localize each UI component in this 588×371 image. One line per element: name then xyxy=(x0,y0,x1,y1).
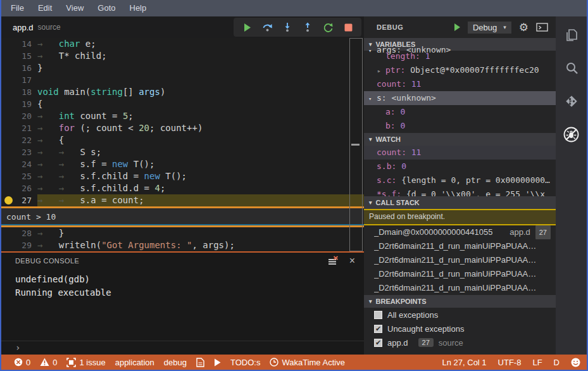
checkbox[interactable]: ✔ xyxy=(374,339,382,347)
toolbar-restart-icon[interactable] xyxy=(320,20,336,35)
breakpoint-row[interactable]: All exceptions xyxy=(364,308,556,322)
line-number[interactable]: 27 xyxy=(15,194,32,206)
breakpoint-gutter[interactable] xyxy=(1,74,15,86)
code-editor[interactable]: 14→ char e;15→ T* child;16}1718void main… xyxy=(1,38,364,251)
chevron-collapsed-icon[interactable]: ▹ xyxy=(377,64,385,77)
tab-app-d[interactable]: app.d source xyxy=(1,16,72,38)
line-number[interactable]: 16 xyxy=(15,62,32,74)
menu-item-goto[interactable]: Goto xyxy=(91,0,122,16)
open-console-icon[interactable] xyxy=(536,23,548,32)
breakpoint-gutter[interactable] xyxy=(1,86,15,98)
breakpoint-gutter[interactable] xyxy=(1,122,15,134)
activity-debug-disabled-icon[interactable] xyxy=(563,125,580,143)
breakpoint-condition-input[interactable]: count > 10 xyxy=(1,208,364,225)
code-text[interactable] xyxy=(37,74,364,86)
stack-frame[interactable]: _D2rt6dmain211_d_run_mainUiPPaPUAA… xyxy=(364,239,556,253)
breakpoint-gutter[interactable] xyxy=(1,38,15,50)
breakpoint-gutter[interactable] xyxy=(1,227,15,239)
variable-row[interactable]: b: 0 xyxy=(364,119,556,133)
breakpoint-row[interactable]: ✔app.d27source xyxy=(364,336,556,349)
code-text[interactable]: → → s.f = new T(); xyxy=(37,158,364,170)
code-text[interactable]: → } xyxy=(37,227,364,239)
status-item-ln-27-col-1[interactable]: Ln 27, Col 1 xyxy=(442,358,486,367)
toolbar-step-out-icon[interactable] xyxy=(299,20,316,35)
line-number[interactable]: 17 xyxy=(15,74,32,86)
code-text[interactable]: → → s.f.child.d = 4; xyxy=(37,182,364,194)
code-text[interactable]: } xyxy=(37,62,364,74)
chevron-expanded-icon[interactable]: ▾ xyxy=(368,92,377,105)
breakpoint-gutter[interactable] xyxy=(1,170,15,182)
status-item[interactable] xyxy=(196,358,204,367)
variable-row[interactable]: ▹ptr: Object@*0x00007fffffffec20 xyxy=(364,63,556,77)
line-number[interactable]: 22 xyxy=(15,134,32,146)
section-header-call-stack[interactable]: ▾ CALL STACK xyxy=(364,196,556,209)
line-number[interactable]: 21 xyxy=(15,122,32,134)
breakpoint-gutter[interactable] xyxy=(1,158,15,170)
variable-row[interactable]: count: 11 xyxy=(364,77,556,91)
debug-config-dropdown[interactable]: Debug ▾ xyxy=(468,22,511,34)
menu-item-edit[interactable]: Edit xyxy=(31,0,59,16)
line-number[interactable]: 19 xyxy=(15,98,32,110)
code-text[interactable]: void main(string[] args) xyxy=(37,86,364,98)
activity-search-icon[interactable] xyxy=(563,60,580,77)
watch-row[interactable]: count: 11 xyxy=(364,146,556,160)
line-number[interactable]: 25 xyxy=(15,170,32,182)
breakpoint-gutter[interactable] xyxy=(1,134,15,146)
breakpoint-gutter[interactable] xyxy=(1,62,15,74)
checkbox[interactable] xyxy=(374,311,382,319)
status-item-application[interactable]: application xyxy=(115,358,154,367)
line-number[interactable]: 14 xyxy=(15,38,32,50)
breakpoint-gutter[interactable] xyxy=(1,146,15,158)
code-text[interactable]: → int count = 5; xyxy=(37,110,364,122)
stack-frame[interactable]: _Dmain@0x0000000000441055app.d27 xyxy=(364,225,556,239)
code-text[interactable]: → for (; count < 20; count++) xyxy=(37,122,364,134)
line-number[interactable]: 28 xyxy=(15,227,32,239)
breakpoint-gutter[interactable] xyxy=(1,194,15,206)
stack-frame[interactable]: _D2rt6dmain211_d_run_mainUiPPaPUAA… xyxy=(364,281,556,295)
variable-row[interactable]: length: 1 xyxy=(364,49,556,63)
variable-row[interactable]: ▾s: <unknown> xyxy=(364,91,556,105)
line-number[interactable]: 15 xyxy=(15,50,32,62)
stack-frame[interactable]: _D2rt6dmain211_d_run_mainUiPPaPUAA… xyxy=(364,267,556,281)
breakpoint-row[interactable]: ✔Uncaught exceptions xyxy=(364,322,556,336)
watch-row[interactable]: *s.f: {d = 0 '\\x00', e = 255 '\\x xyxy=(364,187,556,196)
status-item-lf[interactable]: LF xyxy=(532,358,542,367)
close-icon[interactable]: × xyxy=(349,256,355,266)
line-number[interactable]: 24 xyxy=(15,158,32,170)
editor-scrollbar[interactable] xyxy=(349,38,363,251)
breakpoint-gutter[interactable] xyxy=(1,110,15,122)
code-text[interactable]: → T* child; xyxy=(37,50,364,62)
code-text[interactable]: → char e; xyxy=(37,38,364,50)
toolbar-step-into-icon[interactable] xyxy=(279,20,296,35)
status-item-1-issue[interactable]: 1 issue xyxy=(66,358,105,367)
breakpoint-icon[interactable] xyxy=(4,196,13,204)
menu-item-help[interactable]: Help xyxy=(123,0,154,16)
clear-console-icon[interactable] xyxy=(328,256,339,266)
section-header-watch[interactable]: ▾ WATCH xyxy=(364,133,556,146)
code-text[interactable]: → → S s; xyxy=(37,146,364,158)
line-number[interactable]: 20 xyxy=(15,110,32,122)
breakpoint-gutter[interactable] xyxy=(1,98,15,110)
variable-row[interactable]: a: 0 xyxy=(364,105,556,119)
code-text[interactable]: → { xyxy=(37,134,364,146)
watch-row[interactable]: s.b: 0 xyxy=(364,160,556,173)
toolbar-stop-icon[interactable] xyxy=(340,20,356,35)
status-item-wakatime-active[interactable]: WakaTime Active xyxy=(270,358,344,367)
chevron-expanded-icon[interactable]: ▾ xyxy=(368,44,377,57)
gear-icon[interactable]: ⚙ xyxy=(519,22,529,33)
stack-frame[interactable]: _D2rt6dmain211_d_run_mainUiPPaPUAA… xyxy=(364,253,556,267)
toolbar-continue-icon[interactable] xyxy=(239,20,255,35)
code-text[interactable]: → → s.f.child = new T(); xyxy=(37,170,364,182)
watch-row[interactable]: s.c: {length = 0, ptr = 0x00000000… xyxy=(364,173,556,187)
status-item[interactable] xyxy=(214,358,221,367)
line-number[interactable]: 26 xyxy=(15,182,32,194)
debug-console-input[interactable]: › xyxy=(1,341,364,355)
line-number[interactable]: 18 xyxy=(15,86,32,98)
code-text[interactable]: → writeln("Got Arguments: ", args); xyxy=(37,239,364,251)
toolbar-step-over-icon[interactable] xyxy=(259,20,275,35)
status-item-debug[interactable]: debug xyxy=(164,358,187,367)
menu-item-file[interactable]: File xyxy=(4,0,31,16)
status-item-0[interactable]: 0 xyxy=(40,358,57,367)
menu-item-view[interactable]: View xyxy=(59,0,91,16)
status-item-utf-8[interactable]: UTF-8 xyxy=(498,358,522,367)
